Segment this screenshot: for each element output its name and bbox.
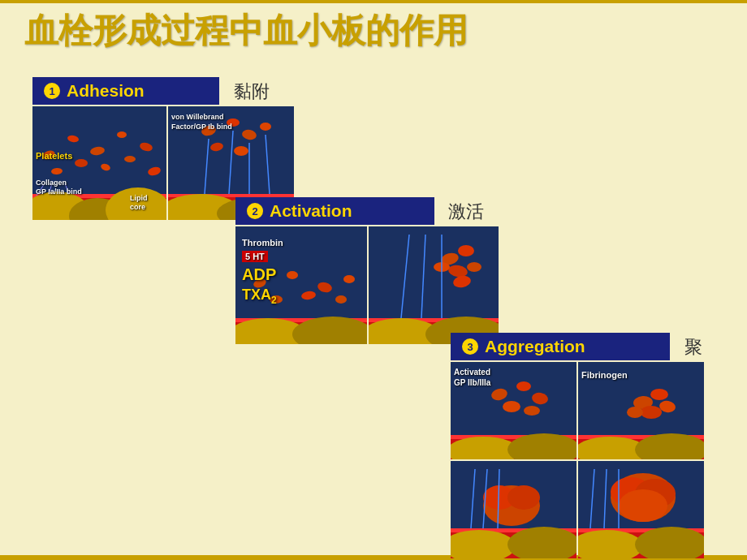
svg-point-26 (209, 142, 223, 153)
svg-point-61 (516, 381, 531, 391)
svg-point-70 (650, 389, 668, 400)
agg-br-svg (578, 461, 704, 558)
svg-point-91 (619, 489, 667, 522)
von-willebrand-label: von WillebrandFactor/GP Ib bind (171, 113, 232, 131)
activation-chinese: 激活 (448, 200, 484, 224)
svg-line-28 (205, 139, 209, 194)
adhesion-chinese: 黏附 (234, 80, 270, 104)
svg-line-54 (421, 235, 425, 318)
svg-point-39 (343, 275, 355, 283)
svg-point-11 (75, 159, 88, 167)
svg-point-24 (241, 129, 257, 141)
svg-point-62 (531, 391, 549, 405)
agg-top-right: Fibrinogen (578, 362, 704, 459)
adp-label: ADP (242, 265, 276, 284)
txa2-label: TXA2 (242, 286, 277, 306)
svg-point-14 (147, 166, 162, 177)
svg-point-42 (335, 295, 347, 304)
five-ht-label: 5 HT (242, 251, 268, 262)
activation-section: 2 Activation 激活 T (235, 197, 499, 344)
activated-gp-label: ActivatedGP IIb/IIIa (454, 367, 490, 388)
adhesion-label: Adhesion (67, 81, 145, 101)
svg-point-10 (51, 167, 63, 174)
svg-point-38 (317, 281, 333, 294)
agg-bottom-right (578, 461, 704, 558)
svg-point-13 (124, 156, 136, 162)
svg-line-92 (590, 469, 594, 528)
svg-line-53 (401, 235, 409, 318)
svg-point-7 (89, 146, 105, 157)
svg-point-12 (100, 162, 111, 172)
aggregation-header: 3 Aggregation (451, 333, 670, 360)
aggregation-label-text: Aggregation (485, 337, 585, 356)
main-title: 血栓形成过程中血小板的作用 (24, 8, 468, 54)
activation-label-text: Activation (270, 201, 352, 221)
svg-point-27 (234, 146, 248, 156)
svg-point-51 (467, 262, 481, 272)
adhesion-header: 1 Adhesion (32, 77, 219, 105)
collagen-label: CollagenGP Ia/IIa bind (36, 179, 82, 197)
agg-top-left: ActivatedGP IIb/IIIa (451, 362, 576, 459)
svg-line-81 (471, 469, 475, 528)
activation-header: 2 Activation (235, 197, 434, 225)
aggregation-section: 3 Aggregation 聚集 ActivatedGP IIb/IIIa (451, 333, 704, 558)
svg-line-31 (266, 135, 270, 194)
agg-bl-svg (451, 461, 576, 558)
thrombin-label: Thrombin (242, 238, 283, 248)
aggregation-grid: ActivatedGP IIb/IIIa Fibrinogen (451, 362, 704, 558)
agg-bottom-left (451, 461, 576, 558)
svg-point-48 (458, 245, 474, 256)
slide-border-top (0, 0, 747, 3)
svg-point-9 (139, 141, 153, 153)
svg-point-64 (524, 406, 540, 416)
lipid-core-label: Lipidcore (130, 194, 148, 212)
aggregation-number: 3 (462, 338, 478, 355)
svg-point-71 (641, 406, 662, 419)
activation-left-panel: Thrombin 5 HT ADP TXA2 (235, 226, 367, 344)
svg-point-60 (490, 387, 509, 403)
svg-point-6 (67, 135, 79, 143)
act-right-svg (369, 226, 499, 344)
fibrinogen-label: Fibrinogen (581, 370, 628, 380)
activation-right-panel (369, 226, 499, 344)
svg-point-80 (507, 485, 540, 510)
svg-point-63 (503, 401, 520, 412)
svg-point-52 (452, 274, 472, 289)
svg-line-93 (604, 469, 607, 528)
svg-point-41 (300, 291, 316, 301)
svg-point-8 (117, 131, 127, 138)
platelets-label: Platelets (36, 151, 72, 161)
activation-number: 2 (247, 203, 263, 219)
svg-point-25 (260, 123, 271, 131)
svg-point-37 (287, 271, 298, 279)
adhesion-left-panel: Platelets CollagenGP Ia/IIa bind Lipidco… (32, 106, 166, 220)
svg-point-73 (627, 407, 643, 418)
activation-images: Thrombin 5 HT ADP TXA2 (235, 226, 499, 344)
adhesion-number: 1 (44, 83, 60, 99)
svg-line-29 (229, 131, 233, 194)
